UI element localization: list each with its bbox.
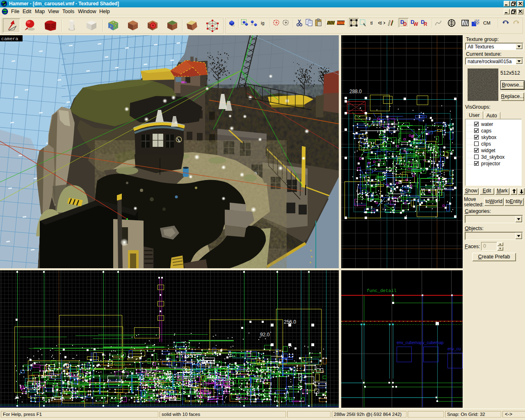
svg-text:env_cu: env_cu [447,347,461,351]
svg-text:tl: tl [370,21,373,25]
svg-text:CM: CM [483,21,491,25]
svg-text:ig: ig [261,21,265,25]
svg-text:func_detail: func_detail [367,288,397,293]
svg-text:256.0: 256.0 [284,319,296,325]
svg-text:camera: camera [1,36,18,41]
svg-text:tl: tl [380,21,382,25]
svg-text:92.0: 92.0 [260,332,270,338]
svg-text:W: W [413,21,418,27]
svg-text:R: R [424,21,427,27]
svg-text:288.0: 288.0 [349,89,362,94]
svg-text:D: D [403,21,407,27]
svg-text:env_cubemapv_cubemap: env_cubemapv_cubemap [397,340,444,345]
